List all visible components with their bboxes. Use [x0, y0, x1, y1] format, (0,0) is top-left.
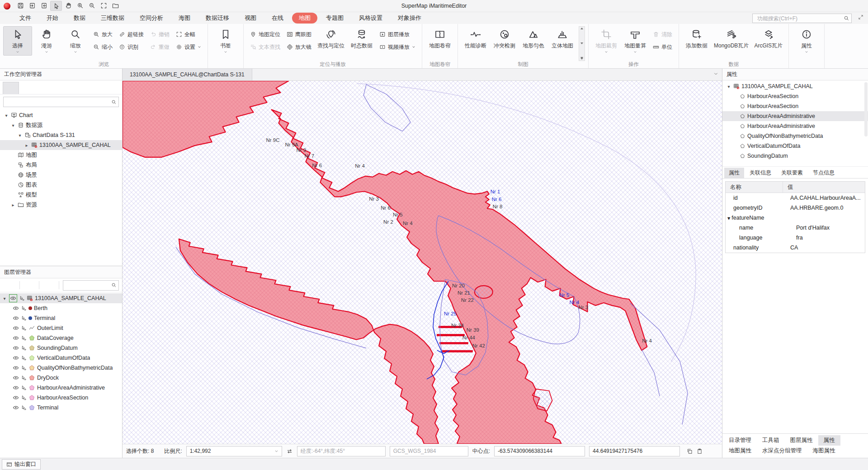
pick-icon[interactable] [21, 385, 27, 391]
menu-tab-风格设置[interactable]: 风格设置 [352, 13, 389, 24]
dock-tab-目录管理[interactable]: 目录管理 [723, 435, 757, 446]
pin-icon[interactable] [103, 268, 111, 277]
minimize-button[interactable] [808, 0, 828, 12]
properties-tree-item-HarbourAreaSection[interactable]: HarbourAreaSection [722, 101, 868, 111]
workspace-tree-item-13100AA_SAMPLE_CAHAL[interactable]: ▸13100AA_SAMPLE_CAHAL [0, 140, 122, 150]
ribbon-button-MongoDB瓦片[interactable]: MongoDB瓦片 [711, 26, 751, 52]
properties-root-item[interactable]: ▾13100AA_SAMPLE_CAHAL [722, 81, 868, 91]
pick-icon[interactable] [21, 306, 27, 311]
eye-icon[interactable] [13, 305, 19, 311]
export-button[interactable] [38, 1, 49, 10]
attribute-row-nationality[interactable]: nationalityCA [726, 243, 865, 253]
workspace-tree-item-资源[interactable]: ▸资源 [0, 200, 122, 210]
pick-icon[interactable] [21, 365, 27, 371]
menu-tab-专题图[interactable]: 专题图 [319, 13, 350, 24]
properties-tab-关联要素[interactable]: 关联要素 [777, 168, 807, 178]
pan-hand-button[interactable] [63, 1, 74, 10]
tree-expander[interactable]: ▾ [10, 123, 16, 128]
properties-tree-item-VerticalDatumOfData[interactable]: VerticalDatumOfData [722, 141, 868, 151]
properties-tree-item-HarbourAreaSection[interactable]: HarbourAreaSection [722, 91, 868, 101]
workspace-tree-item-场景[interactable]: 场景 [0, 170, 122, 180]
ribbon-button-时态数据[interactable]: 时态数据 [347, 26, 376, 52]
ribbon-button-地图量算[interactable]: 地图量算 [621, 26, 650, 56]
ribbon-button-书签[interactable]: 书签 [211, 26, 240, 56]
workspace-tree-item-模型[interactable]: 模型 [0, 190, 122, 200]
properties-tree-item-HarbourAreaAdministrative[interactable]: HarbourAreaAdministrative [722, 121, 868, 131]
attribute-row-language[interactable]: languagefra [726, 233, 865, 243]
workspace-view-tab[interactable] [3, 82, 19, 94]
layer-item-SoundingDatum[interactable]: SoundingDatum [0, 343, 122, 353]
center-x-box[interactable]: -63.574309066383144 [494, 446, 585, 456]
document-tab[interactable]: 13100AA_SAMPLE_CAHAL@ChartData S-131 [123, 69, 252, 80]
ribbon-button-立体地图[interactable]: 立体地图 [548, 26, 577, 52]
attribute-row-name[interactable]: namePort d'Halifax [726, 223, 865, 233]
scroll-up-icon[interactable] [580, 28, 583, 29]
eye-icon[interactable] [13, 385, 19, 391]
pick-icon[interactable] [21, 395, 27, 401]
attribute-row-geometryID[interactable]: geometryIDAA.HRBARE.geom.0 [726, 203, 865, 213]
tree-expander[interactable]: ▾ [2, 296, 7, 301]
lonlat-box[interactable]: 经度:-64°,纬度:45° [297, 446, 386, 456]
save-button[interactable] [15, 1, 26, 10]
layer-item-OuterLimit[interactable]: OuterLimit [0, 323, 122, 333]
ribbon-button-漫游[interactable]: 漫游 [32, 26, 61, 56]
ribbon-button-鹰眼图[interactable]: 鹰眼图 [284, 29, 314, 40]
tree-expander[interactable]: ▾ [4, 113, 9, 118]
import-button[interactable] [27, 1, 38, 10]
properties-tree-item-QualityOfNonBathymetricData[interactable]: QualityOfNonBathymetricData [722, 131, 868, 141]
ribbon-button-属性[interactable]: 属性 [792, 26, 821, 56]
folder-button[interactable] [110, 1, 121, 10]
pick-icon[interactable] [21, 325, 27, 331]
ribbon-scrollbar[interactable] [579, 26, 585, 61]
workspace-search-box[interactable] [3, 97, 119, 107]
menu-tab-空间分析[interactable]: 空间分析 [133, 13, 170, 24]
layers-style-button[interactable] [42, 281, 57, 290]
zoom-out-button[interactable] [86, 1, 97, 10]
workspace-tree-item-布局[interactable]: 布局 [0, 160, 122, 170]
layer-item-HarbourAreaAdministrative[interactable]: HarbourAreaAdministrative [0, 383, 122, 393]
pick-icon[interactable] [21, 335, 27, 341]
menu-tab-开始[interactable]: 开始 [40, 13, 65, 24]
layer-item-Berth[interactable]: Berth [0, 303, 122, 313]
scroll-more-icon[interactable] [580, 57, 583, 60]
layer-item-QualityOfNonBathymetricData[interactable]: QualityOfNonBathymetricData [0, 363, 122, 373]
scroll-down-icon[interactable] [580, 42, 583, 44]
tree-expander[interactable]: ▾ [17, 133, 23, 138]
close-icon[interactable] [111, 268, 119, 277]
eye-icon[interactable] [13, 325, 19, 331]
eye-icon[interactable] [13, 375, 19, 381]
tree-expander[interactable]: ▸ [24, 143, 29, 148]
tree-expander[interactable]: ▸ [10, 202, 16, 207]
ribbon-button-添加数据[interactable]: 添加数据 [682, 26, 711, 52]
layer-item-Terminal[interactable]: Terminal [0, 313, 122, 323]
ribbon-button-单位[interactable]: 单位 [651, 42, 675, 52]
center-y-box[interactable]: 44.64919427175476 [589, 446, 680, 456]
copy-icon[interactable] [687, 448, 693, 454]
ribbon-button-查找与定位[interactable]: 查找与定位 [315, 26, 347, 52]
ribbon-button-地图卷帘[interactable]: 地图卷帘 [425, 26, 454, 52]
pick-icon[interactable] [21, 345, 27, 351]
ribbon-button-性能诊断[interactable]: 性能诊断 [461, 26, 490, 52]
swap-icon[interactable] [286, 448, 293, 455]
open-map-button[interactable] [2, 281, 17, 290]
eye-icon[interactable] [13, 345, 19, 351]
workspace-tree-item-数据源[interactable]: ▾数据源 [0, 120, 122, 130]
properties-tree-item-HarbourAreaAdministrative[interactable]: HarbourAreaAdministrative [722, 111, 868, 121]
crs-box[interactable]: GCS_WGS_1984 [390, 446, 468, 456]
ribbon-button-ArcGIS瓦片[interactable]: ArcGIS瓦片 [751, 26, 785, 52]
menu-tab-对象操作[interactable]: 对象操作 [391, 13, 428, 24]
eye-icon[interactable] [13, 335, 19, 341]
attribute-row-featureName[interactable]: ▾featureName [726, 213, 865, 223]
ribbon-button-撤销[interactable]: 撤销 [148, 29, 172, 40]
ribbon-button-放大镜[interactable]: 放大镜 [284, 42, 314, 52]
ribbon-button-图层播放[interactable]: 图层播放 [377, 29, 418, 40]
properties-tab-关联信息[interactable]: 关联信息 [745, 168, 776, 178]
ribbon-button-超链接[interactable]: 超链接 [117, 29, 146, 40]
menu-tab-三维数据[interactable]: 三维数据 [94, 13, 131, 24]
ribbon-button-清除[interactable]: 清除 [651, 29, 675, 40]
chevron-down-icon[interactable] [713, 71, 718, 76]
menu-tab-数据[interactable]: 数据 [67, 13, 92, 24]
menu-tab-在线[interactable]: 在线 [265, 13, 290, 24]
expand-icon[interactable] [858, 14, 863, 20]
ribbon-button-选择[interactable]: 选择 [3, 26, 32, 56]
